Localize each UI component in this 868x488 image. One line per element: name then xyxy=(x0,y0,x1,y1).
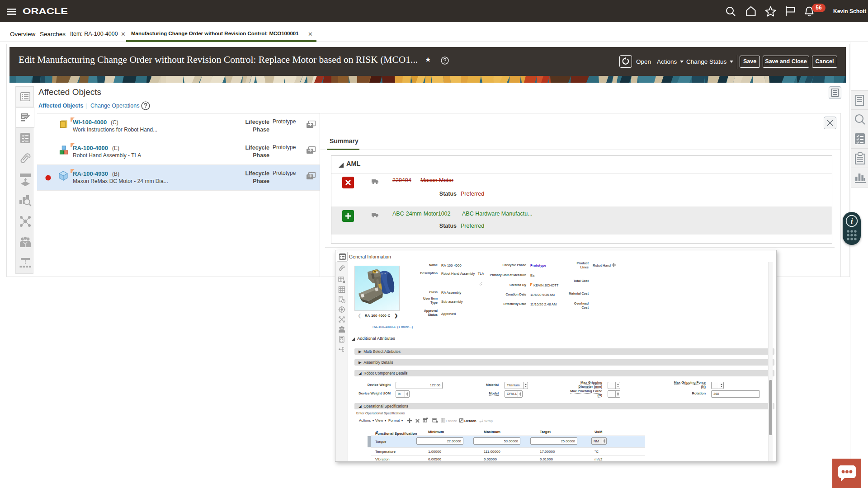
svg-text:ORACLE: ORACLE xyxy=(23,7,68,15)
svg-text:i: i xyxy=(851,217,853,225)
